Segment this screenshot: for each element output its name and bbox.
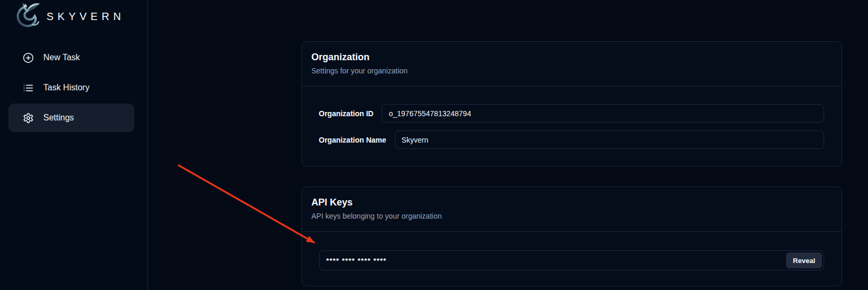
sidebar-item-label: New Task [43, 53, 80, 62]
sidebar-item-settings[interactable]: Settings [8, 104, 134, 132]
api-key-field[interactable]: **** **** **** **** Reveal [319, 250, 824, 270]
masked-api-key: **** **** **** **** [326, 257, 386, 265]
organization-id-input[interactable] [382, 104, 824, 123]
sidebar-item-new-task[interactable]: New Task [8, 43, 134, 72]
sidebar-item-label: Task History [43, 83, 89, 92]
skyvern-dragon-logo-icon [14, 1, 42, 32]
main-content: Organization Settings for your organizat… [301, 41, 842, 286]
organization-card-header: Organization Settings for your organizat… [302, 42, 842, 86]
organization-card-title: Organization [311, 52, 829, 63]
api-keys-card-subtitle: API keys belonging to your organization [311, 212, 829, 220]
api-keys-card-title: API Keys [311, 197, 829, 208]
sidebar: SKYVERN New Task Task History Settings [0, 0, 148, 290]
circle-plus-icon [23, 52, 34, 63]
api-keys-card-body: **** **** **** **** Reveal [302, 232, 842, 286]
organization-id-label: Organization ID [319, 109, 373, 118]
organization-name-row: Organization Name [319, 130, 824, 149]
organization-name-label: Organization Name [319, 136, 386, 144]
arrow-line [179, 165, 314, 242]
list-icon [23, 82, 34, 93]
brand-name: SKYVERN [47, 11, 125, 23]
api-keys-card: API Keys API keys belonging to your orga… [301, 186, 842, 286]
sidebar-item-task-history[interactable]: Task History [8, 73, 134, 102]
organization-id-row: Organization ID [319, 104, 824, 123]
reveal-button[interactable]: Reveal [786, 252, 822, 268]
organization-card: Organization Settings for your organizat… [301, 41, 842, 166]
sidebar-item-label: Settings [43, 113, 74, 123]
sidebar-nav: New Task Task History Settings [0, 43, 147, 134]
organization-card-subtitle: Settings for your organization [311, 67, 829, 75]
brand: SKYVERN [0, 0, 147, 32]
organization-card-body: Organization ID Organization Name [302, 87, 842, 166]
api-keys-card-header: API Keys API keys belonging to your orga… [302, 187, 842, 231]
gear-icon [23, 113, 34, 124]
organization-name-input[interactable] [395, 130, 824, 149]
